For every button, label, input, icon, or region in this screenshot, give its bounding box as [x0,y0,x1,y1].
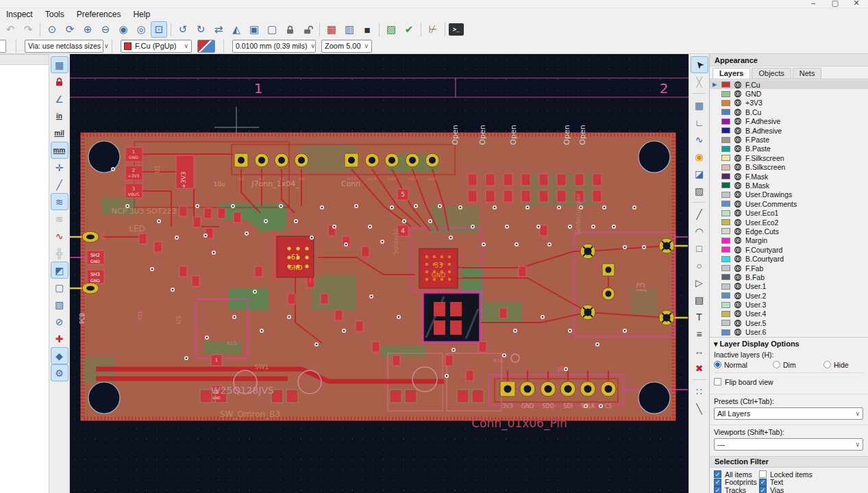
lock-toggle-button[interactable] [51,73,69,90]
add-text-button[interactable]: T [691,308,708,325]
visibility-eye-icon[interactable] [734,117,742,125]
layer-color-swatch[interactable] [721,201,730,207]
add-rule-area-button[interactable]: ▨ [691,182,708,199]
select-tool-button[interactable]: ➤ [691,56,708,73]
layer-color-swatch[interactable] [721,228,730,234]
layer-row-b.fab[interactable]: B.Fab [710,273,868,281]
add-dimension-button[interactable]: ↔ [691,342,708,359]
undo-button[interactable]: ↶ [2,21,18,38]
zone-display-button[interactable]: ◆ [51,347,69,364]
zoom-selection-button[interactable]: ⊡ [151,21,167,38]
tab-nets[interactable]: Nets [793,68,822,79]
layer-color-swatch[interactable] [721,192,730,198]
net-highlight-button[interactable]: ╬ [51,244,69,262]
grid-settings-button[interactable]: ▦ [51,56,69,73]
tab-layers[interactable]: Layers [712,68,750,79]
visibility-eye-icon[interactable] [734,90,742,98]
redo-button[interactable]: ↷ [20,21,36,38]
filter-footprints[interactable]: ✓Footprints [714,478,759,486]
layer-color-swatch[interactable] [721,118,730,125]
layer-row-user.5[interactable]: User.5 [710,318,868,327]
layer-color-swatch[interactable] [721,283,730,290]
visibility-eye-icon[interactable] [734,136,742,144]
route-tracks-button[interactable]: ∟ [691,114,708,131]
presets-select[interactable]: All Layers∨ [714,407,863,420]
measure-tool-button[interactable]: ╲ [691,400,708,417]
layer-row-b.cu[interactable]: B.Cu [710,108,868,116]
inactive-layers-radio-dim[interactable]: Dim [773,361,823,369]
zone-fill-button[interactable]: ◩ [51,262,69,279]
layer-row-gnd[interactable]: GND [710,89,868,98]
draw-polygon-button[interactable]: ▷ [691,274,708,291]
layer-row-b.mask[interactable]: B.Mask [710,181,868,190]
filter-tracks[interactable]: ✓Tracks [714,486,759,493]
layer-row-edge.cuts[interactable]: Edge.Cuts [710,227,868,236]
visibility-eye-icon[interactable] [734,218,742,227]
draw-line-button[interactable]: ╱ [691,205,708,223]
visibility-eye-icon[interactable] [734,190,742,199]
sketch-tracks-button[interactable]: ✚ [51,330,69,347]
grid-origin-button[interactable]: ∷ [691,383,708,400]
visibility-eye-icon[interactable] [734,328,742,336]
layer-row-f.adhesive[interactable]: F.Adhesive [710,117,868,126]
visibility-eye-icon[interactable] [734,127,742,135]
layer-color-swatch[interactable] [721,155,730,161]
layer-row-f.paste[interactable]: F.Paste [710,135,868,144]
zoom-fit-button[interactable]: ◉ [115,21,132,38]
minimize-button[interactable]: – [803,0,823,8]
layer-row-b.paste[interactable]: B.Paste [710,144,868,153]
layer-color-swatch[interactable] [721,311,730,317]
layer-color-swatch[interactable] [721,173,730,179]
draw-circle-button[interactable]: ○ [691,257,708,274]
layer-color-swatch[interactable] [721,265,730,271]
layer-color-swatch[interactable] [721,210,730,216]
net-inspector-button[interactable]: ■ [359,21,375,38]
layer-color-swatch[interactable] [721,246,730,253]
rotate-cw-button[interactable]: ↻ [193,21,209,38]
visibility-eye-icon[interactable] [734,144,742,153]
zoom-page-button[interactable]: ◎ [133,21,149,38]
visibility-eye-icon[interactable] [734,108,742,116]
flip-horizontal-button[interactable]: ⇄ [210,21,227,38]
layer-color-swatch[interactable] [721,164,730,170]
visibility-eye-icon[interactable] [734,227,742,236]
menu-preferences[interactable]: Preferences [71,9,127,20]
unlock-button[interactable] [299,21,316,38]
lock-button[interactable] [282,21,298,38]
visibility-eye-icon[interactable] [734,273,742,281]
layer-row-user.1[interactable]: User.1 [710,282,868,291]
appearance-tools-button[interactable]: ⚙ [51,364,69,381]
layer-row-user.eco2[interactable]: User.Eco2 [710,218,868,227]
layer-color-swatch[interactable] [721,274,730,280]
add-via-button[interactable]: ◉ [691,148,708,165]
layer-color-swatch[interactable] [721,320,730,326]
group-button[interactable]: ▣ [246,21,262,38]
mirror-button[interactable]: ◭ [228,21,245,38]
active-layer-select[interactable]: F.Cu (PgUp)∨ [121,40,192,53]
visibility-eye-icon[interactable] [734,319,742,327]
drc-button[interactable]: ✔ [401,21,417,38]
zoom-in-button[interactable]: ⊕ [79,21,96,38]
visibility-eye-icon[interactable] [734,200,742,208]
inactive-layers-radio-hide[interactable]: Hide [823,361,849,369]
via-size-select[interactable]: Via: use netclass sizes∨ [25,40,103,53]
layer-row-user.3[interactable]: User.3 [710,300,868,309]
curved-ratsnest-button[interactable]: ∿ [51,227,69,244]
flip-board-view-checkbox[interactable]: Flip board view [714,378,864,386]
layer-row-f.cu[interactable]: ▶F.Cu [710,80,868,89]
layer-row-b.adhesive[interactable]: B.Adhesive [710,126,868,135]
menu-inspect[interactable]: Inspect [0,9,39,20]
update-pcb-button[interactable]: ▨ [383,21,399,38]
visibility-eye-icon[interactable] [734,292,742,300]
layer-display-options-title[interactable]: ▾ Layer Display Options [714,340,864,349]
layer-row-user.2[interactable]: User.2 [710,291,868,300]
polar-coords-button[interactable]: ∠ [51,90,69,108]
visibility-eye-icon[interactable] [734,173,742,181]
layer-color-swatch[interactable] [721,238,730,244]
tab-objects[interactable]: Objects [752,68,791,79]
units-mm-button[interactable]: mm [51,142,69,159]
viewports-select[interactable]: ---∨ [714,438,863,451]
free-angle-button[interactable]: ╱ [51,176,69,193]
zoom-auto-button[interactable]: ⊙ [44,21,60,38]
draw-arc-button[interactable]: ◠ [691,223,708,240]
